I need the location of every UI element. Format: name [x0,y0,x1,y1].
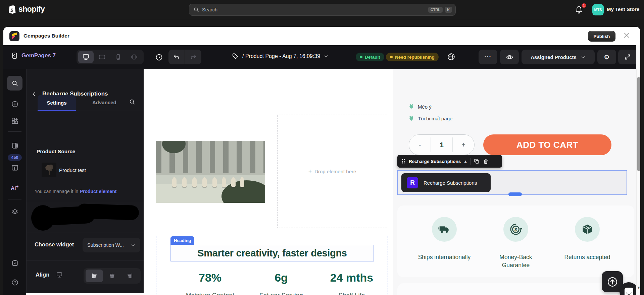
paw-bullet-icon [409,116,414,121]
rail-help-button[interactable] [7,275,22,290]
more-options-button[interactable]: ··· [479,50,497,64]
product-thumbnail[interactable] [42,163,56,177]
product-element-link[interactable]: Product element [80,189,117,194]
assigned-products-dropdown[interactable]: Assigned Products [522,50,595,64]
align-right-button[interactable] [121,270,139,282]
device-mobile-button[interactable] [110,51,126,63]
page-selector[interactable]: / Product Page - Aug 7, 16:09:39 [232,53,329,60]
align-label: Align [36,272,49,278]
recharge-logo-icon: R [407,177,418,188]
gear-icon: ⚙ [604,53,609,61]
page-name-label: / Product Page - Aug 7, 16:09:39 [242,53,320,59]
builder-title: Gempages Builder [23,33,69,39]
align-center-button[interactable] [103,270,121,282]
collapse-triangle-icon[interactable]: ▲ [464,160,467,163]
fullscreen-button[interactable] [618,50,637,64]
builder-left-rail: 450 AI✦ [3,69,26,295]
status-badge-republish: Need republishing [386,53,439,61]
redo-button[interactable] [185,50,201,64]
rail-add-element-button[interactable] [7,97,22,111]
add-to-cart-button[interactable]: ADD TO CART [483,134,611,155]
rail-templates-button[interactable] [7,160,22,175]
search-icon [193,7,199,13]
status-badge-default: Default [356,53,384,61]
rail-layers-button[interactable] [7,204,22,219]
heading-element[interactable]: Smarter creativity, faster designs [170,245,374,261]
builder-canvas: + Drop element here Heading Smarter crea… [144,69,636,295]
heading-section[interactable]: Heading Smarter creativity, faster desig… [156,236,388,295]
paw-bullet-icon [409,104,414,110]
product-name: Product test [59,167,86,173]
panel-search-icon[interactable] [129,99,136,105]
global-search-input[interactable]: Search CTRL K [189,4,456,16]
back-chevron-icon[interactable] [31,91,37,97]
rail-add-section-button[interactable] [7,113,22,128]
scrollbar-down-arrow[interactable]: ▼ [637,286,640,289]
product-source-label: Product Source [37,149,75,155]
green-dot-icon [360,56,362,58]
stat-shelf-life[interactable]: 24 mths Shelf Life [315,271,389,295]
drop-element-placeholder[interactable]: + Drop element here [277,115,387,228]
shortcut-k-key: K [445,7,452,13]
scrollbar-thumb[interactable] [637,77,640,171]
choose-widget-dropdown[interactable]: Subscription W... [83,238,140,252]
exit-builder-icon [11,52,18,59]
rail-theme-styles-button[interactable] [7,138,22,153]
tab-advanced[interactable]: Advanced [92,100,116,105]
gempages-version-button[interactable]: GemPages 7 [11,52,56,59]
add-on-card[interactable]: Add On: [397,283,634,295]
close-icon[interactable] [623,32,630,39]
canvas-scrollbar[interactable]: ▼ [636,45,640,295]
feature-returns: Returns accepted [550,217,624,261]
quantity-minus-button[interactable]: - [409,141,431,149]
recharge-widget-button[interactable]: R Recharge Subscriptions [401,173,491,192]
undo-button[interactable] [168,50,185,64]
device-tablet-button[interactable] [94,51,110,63]
bullet-item[interactable]: Tôi bị mất page [409,116,452,121]
publish-button[interactable]: Publish [588,31,615,42]
quantity-plus-button[interactable]: + [453,141,474,149]
rail-search-button[interactable] [7,76,22,91]
panel-footer-strip [26,293,144,295]
trash-icon[interactable] [483,159,489,164]
yellow-dot-icon [390,56,393,58]
align-left-button[interactable] [86,270,103,282]
tab-settings[interactable]: Settings [38,95,76,111]
preview-eye-button[interactable] [500,50,519,64]
recharge-widget-selection[interactable]: R Recharge Subscriptions [397,170,627,195]
element-settings-panel: Recharge Subscriptions Settings Advanced… [26,69,144,293]
duplicate-icon[interactable] [474,159,480,164]
gempages-version-label: GemPages 7 [21,52,56,59]
globe-icon[interactable] [447,53,455,61]
heading-text: Smarter creativity, faster designs [197,248,347,259]
features-card[interactable]: Ships internationally $ Money-Back Guara… [397,205,634,277]
history-clock-icon[interactable] [155,53,163,61]
bullet-item[interactable]: Mèo ý [409,104,432,110]
store-name[interactable]: My Test Store [607,6,639,12]
rail-checklist-button[interactable] [7,255,22,270]
align-device-monitor-icon[interactable] [56,272,63,278]
shopify-topbar: shopify Search CTRL K 1 MTS My Test Stor… [0,0,644,19]
quantity-value[interactable]: 1 [431,141,452,149]
settings-gear-button[interactable]: ⚙ [597,50,616,64]
chat-bubble-icon [625,288,633,295]
selection-handle[interactable] [508,192,522,196]
shopify-logo[interactable]: shopify [7,4,45,14]
stat-moisture[interactable]: 78% Moisture Content [173,271,247,295]
quantity-stepper: - 1 + [409,134,475,155]
sparkle-icon: ✦ [16,185,18,188]
device-responsive-button[interactable] [127,51,142,63]
notification-count-badge: 1 [581,3,587,8]
manage-hint-text: You can manage it in [35,189,78,194]
chevron-down-icon [324,54,329,59]
device-desktop-button[interactable] [78,51,94,63]
undo-redo-group [168,50,201,64]
product-image[interactable] [156,141,265,203]
rail-ai-button[interactable]: AI✦ [7,180,22,195]
drag-handle-icon[interactable] [401,159,405,164]
money-back-icon: $ [503,217,528,242]
heading-element-badge[interactable]: Heading [170,236,194,245]
store-avatar[interactable]: MTS [592,4,604,15]
truck-icon [432,217,457,242]
stat-fat[interactable]: 6g Fat per Serving [244,271,318,295]
